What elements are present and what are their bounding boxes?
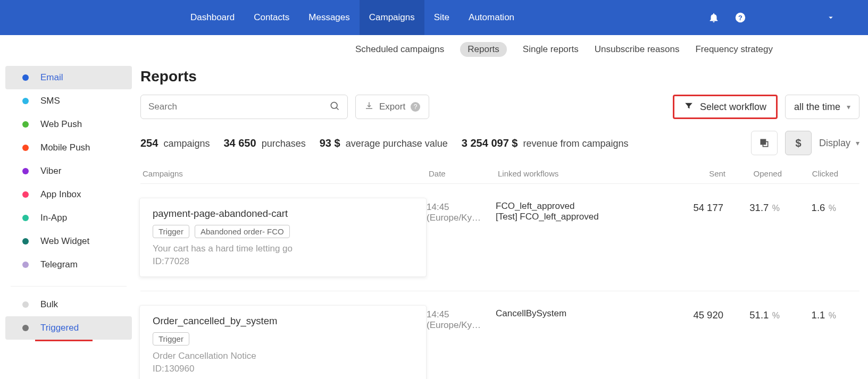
display-dropdown[interactable]: Display ▾	[819, 138, 859, 149]
dot-icon	[22, 145, 29, 151]
funnel-icon	[684, 101, 694, 113]
account-menu[interactable]	[815, 7, 847, 28]
sidebar-item-webpush[interactable]: Web Push	[5, 113, 132, 136]
table-row[interactable]: payment-page-abandoned-cart Trigger Aban…	[140, 183, 859, 291]
stat-purchases: 34 650 purchases	[223, 137, 305, 149]
campaign-subject: Your cart has a hard time letting go	[153, 243, 413, 254]
dot-icon	[22, 74, 29, 81]
sidebar-item-label: App Inbox	[40, 189, 81, 200]
page-title: Reports	[140, 68, 859, 85]
sidebar-item-mobilepush[interactable]: Mobile Push	[5, 136, 132, 159]
copy-button[interactable]	[751, 131, 778, 155]
stat-campaigns: 254 campaigns	[140, 137, 210, 149]
active-underline	[35, 340, 93, 341]
nav-automation[interactable]: Automation	[459, 0, 524, 35]
top-nav-items: Dashboard Contacts Messages Campaigns Si…	[181, 0, 524, 35]
sidebar-item-label: In-App	[40, 213, 67, 223]
subnav-frequency[interactable]: Frequency strategy	[695, 44, 773, 55]
sidebar-item-label: Web Push	[40, 119, 82, 130]
nav-site[interactable]: Site	[424, 0, 459, 35]
cell-date: 14:45 (Europe/Ky…	[427, 305, 496, 379]
table-row[interactable]: Order_cancelled_by_system Trigger Order …	[140, 291, 859, 379]
dot-icon	[22, 191, 29, 198]
stats-row: 254 campaigns 34 650 purchases 93 $ aver…	[140, 131, 859, 155]
dot-icon	[22, 262, 29, 268]
subnav-single[interactable]: Single reports	[523, 44, 579, 55]
subnav-reports[interactable]: Reports	[460, 42, 507, 57]
stat-avg: 93 $ average purchase value	[320, 137, 448, 149]
dot-icon	[22, 301, 29, 308]
sidebar-item-appinbox[interactable]: App Inbox	[5, 183, 132, 206]
sidebar-item-telegram[interactable]: Telegram	[5, 253, 132, 276]
sidebar-item-inapp[interactable]: In-App	[5, 206, 132, 230]
chevron-down-icon: ▾	[856, 139, 859, 147]
download-icon	[364, 101, 374, 113]
sidebar-divider	[11, 286, 127, 287]
chevron-down-icon: ▾	[847, 103, 850, 111]
sidebar-item-label: Bulk	[40, 299, 58, 310]
svg-line-3	[337, 107, 339, 110]
nav-messages[interactable]: Messages	[299, 0, 359, 35]
currency-toggle-button[interactable]: $	[785, 131, 812, 155]
dot-icon	[22, 325, 29, 331]
cell-clicked: 1.1 %	[780, 305, 836, 379]
sidebar-item-label: Email	[40, 72, 63, 83]
main-content: Reports Export ? Select workflow	[140, 66, 868, 379]
sidebar-item-label: Mobile Push	[40, 142, 90, 153]
campaign-name: Order_cancelled_by_system	[153, 315, 413, 327]
timerange-dropdown[interactable]: all the time ▾	[785, 95, 859, 119]
search-box[interactable]	[140, 95, 348, 119]
subnav-scheduled[interactable]: Scheduled campaigns	[355, 44, 444, 55]
sidebar-item-bulk[interactable]: Bulk	[5, 293, 132, 316]
sub-nav: Scheduled campaigns Reports Single repor…	[0, 35, 868, 61]
sidebar-item-label: Telegram	[40, 259, 78, 270]
th-date: Date	[429, 169, 498, 178]
nav-contacts[interactable]: Contacts	[244, 0, 299, 35]
nav-campaigns[interactable]: Campaigns	[360, 0, 424, 35]
dot-icon	[22, 121, 29, 128]
display-label: Display	[819, 138, 850, 149]
campaign-card[interactable]: payment-page-abandoned-cart Trigger Aban…	[139, 198, 427, 277]
dollar-icon: $	[795, 137, 801, 149]
th-clicked: Clicked	[782, 169, 838, 178]
cell-workflows: FCO_left_approved [Test] FCO_left_approv…	[496, 198, 667, 277]
help-icon[interactable]: ?	[730, 7, 751, 28]
help-hint-icon: ?	[411, 102, 420, 112]
sidebar-item-sms[interactable]: SMS	[5, 89, 132, 113]
svg-rect-5	[761, 139, 765, 144]
stat-revenue: 3 254 097 $ revenue from campaigns	[462, 137, 629, 149]
sidebar-item-webwidget[interactable]: Web Widget	[5, 230, 132, 253]
campaign-card[interactable]: Order_cancelled_by_system Trigger Order …	[139, 305, 427, 379]
cell-workflows: CancellBySystem	[496, 305, 667, 379]
sidebar-item-label: Web Widget	[40, 236, 89, 247]
export-button[interactable]: Export ?	[355, 95, 429, 119]
campaign-tag: Abandoned order- FCO	[195, 225, 290, 238]
sidebar-item-viber[interactable]: Viber	[5, 159, 132, 183]
search-input[interactable]	[148, 102, 329, 112]
dot-icon	[22, 238, 29, 245]
sidebar-item-triggered[interactable]: Triggered	[5, 316, 132, 340]
svg-text:?: ?	[738, 14, 742, 22]
th-linked: Linked workflows	[498, 169, 669, 178]
table-header: Campaigns Date Linked workflows Sent Ope…	[140, 169, 859, 183]
campaign-tag: Trigger	[153, 332, 189, 346]
sidebar-item-label: SMS	[40, 96, 60, 106]
subnav-unsubscribe[interactable]: Unsubscribe reasons	[595, 44, 680, 55]
cell-opened: 51.1 %	[723, 305, 780, 379]
bell-icon[interactable]	[703, 7, 724, 28]
sidebar-item-label: Viber	[40, 166, 61, 176]
campaign-tags: Trigger	[153, 332, 413, 346]
cell-opened: 31.7 %	[723, 198, 780, 277]
sidebar: Email SMS Web Push Mobile Push Viber App…	[5, 66, 132, 379]
select-workflow-button[interactable]: Select workflow	[673, 95, 778, 119]
timerange-label: all the time	[794, 102, 840, 113]
sidebar-item-email[interactable]: Email	[5, 66, 132, 89]
campaign-id: ID:130960	[153, 364, 413, 374]
dot-icon	[22, 215, 29, 221]
cell-clicked: 1.6 %	[780, 198, 836, 277]
top-nav: Dashboard Contacts Messages Campaigns Si…	[0, 0, 868, 35]
toolbar: Export ? Select workflow all the time ▾	[140, 95, 859, 119]
cell-date: 14:45 (Europe/Ky…	[427, 198, 496, 277]
campaign-tags: Trigger Abandoned order- FCO	[153, 225, 413, 238]
nav-dashboard[interactable]: Dashboard	[181, 0, 244, 35]
